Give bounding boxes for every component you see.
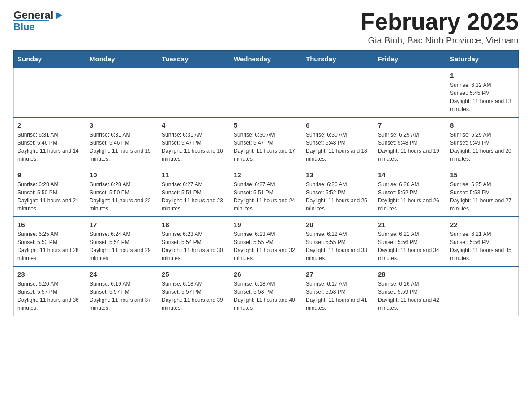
day-cell: 27Sunrise: 6:17 AM Sunset: 5:58 PM Dayli…	[302, 266, 374, 316]
day-cell: 8Sunrise: 6:29 AM Sunset: 5:49 PM Daylig…	[446, 117, 519, 167]
day-cell	[230, 68, 302, 117]
day-cell: 15Sunrise: 6:25 AM Sunset: 5:53 PM Dayli…	[446, 167, 519, 217]
day-number: 6	[306, 121, 370, 129]
day-info: Sunrise: 6:27 AM Sunset: 5:51 PM Dayligh…	[234, 180, 298, 213]
logo-triangle-icon	[54, 11, 62, 19]
title-block: February 2025 Gia Binh, Bac Ninh Provinc…	[360, 9, 519, 46]
day-info: Sunrise: 6:26 AM Sunset: 5:52 PM Dayligh…	[378, 180, 442, 213]
week-row-2: 2Sunrise: 6:31 AM Sunset: 5:46 PM Daylig…	[14, 117, 519, 167]
day-cell: 28Sunrise: 6:16 AM Sunset: 5:59 PM Dayli…	[374, 266, 446, 316]
day-cell: 13Sunrise: 6:26 AM Sunset: 5:52 PM Dayli…	[302, 167, 374, 217]
day-cell: 3Sunrise: 6:31 AM Sunset: 5:46 PM Daylig…	[86, 117, 158, 167]
day-info: Sunrise: 6:31 AM Sunset: 5:47 PM Dayligh…	[162, 131, 226, 163]
header-cell-thursday: Thursday	[302, 51, 374, 68]
day-info: Sunrise: 6:20 AM Sunset: 5:57 PM Dayligh…	[17, 280, 82, 312]
day-cell: 2Sunrise: 6:31 AM Sunset: 5:46 PM Daylig…	[14, 117, 86, 167]
day-info: Sunrise: 6:21 AM Sunset: 5:56 PM Dayligh…	[450, 230, 515, 262]
day-cell	[302, 68, 374, 117]
week-row-4: 16Sunrise: 6:25 AM Sunset: 5:53 PM Dayli…	[14, 217, 519, 266]
day-cell: 20Sunrise: 6:22 AM Sunset: 5:55 PM Dayli…	[302, 217, 374, 266]
day-info: Sunrise: 6:27 AM Sunset: 5:51 PM Dayligh…	[162, 180, 226, 213]
day-number: 2	[17, 121, 82, 129]
day-number: 1	[450, 72, 515, 79]
header-cell-wednesday: Wednesday	[230, 51, 302, 68]
day-cell	[446, 266, 519, 316]
day-info: Sunrise: 6:26 AM Sunset: 5:52 PM Dayligh…	[306, 180, 370, 213]
day-number: 21	[378, 221, 442, 228]
day-cell: 19Sunrise: 6:23 AM Sunset: 5:55 PM Dayli…	[230, 217, 302, 266]
day-number: 26	[234, 270, 298, 278]
day-number: 15	[450, 171, 515, 179]
day-cell: 7Sunrise: 6:29 AM Sunset: 5:48 PM Daylig…	[374, 117, 446, 167]
header-cell-saturday: Saturday	[446, 51, 519, 68]
day-info: Sunrise: 6:31 AM Sunset: 5:46 PM Dayligh…	[90, 131, 154, 163]
day-cell: 18Sunrise: 6:23 AM Sunset: 5:54 PM Dayli…	[158, 217, 230, 266]
day-number: 13	[306, 171, 370, 179]
day-number: 27	[306, 270, 370, 278]
day-number: 22	[450, 221, 515, 228]
svg-marker-0	[56, 12, 62, 19]
day-cell: 16Sunrise: 6:25 AM Sunset: 5:53 PM Dayli…	[14, 217, 86, 266]
header-row: SundayMondayTuesdayWednesdayThursdayFrid…	[14, 51, 519, 68]
day-cell: 6Sunrise: 6:30 AM Sunset: 5:48 PM Daylig…	[302, 117, 374, 167]
day-cell: 5Sunrise: 6:30 AM Sunset: 5:47 PM Daylig…	[230, 117, 302, 167]
day-info: Sunrise: 6:22 AM Sunset: 5:55 PM Dayligh…	[306, 230, 370, 262]
page-subtitle: Gia Binh, Bac Ninh Province, Vietnam	[360, 35, 519, 46]
day-number: 12	[234, 171, 298, 179]
day-number: 24	[90, 270, 154, 278]
day-number: 17	[90, 221, 154, 228]
day-info: Sunrise: 6:32 AM Sunset: 5:45 PM Dayligh…	[450, 81, 515, 113]
day-info: Sunrise: 6:24 AM Sunset: 5:54 PM Dayligh…	[90, 230, 154, 262]
day-info: Sunrise: 6:19 AM Sunset: 5:57 PM Dayligh…	[90, 280, 154, 312]
day-info: Sunrise: 6:18 AM Sunset: 5:57 PM Dayligh…	[162, 280, 226, 312]
week-row-5: 23Sunrise: 6:20 AM Sunset: 5:57 PM Dayli…	[14, 266, 519, 316]
day-number: 5	[234, 121, 298, 129]
logo: General Blue	[13, 9, 62, 33]
day-cell: 23Sunrise: 6:20 AM Sunset: 5:57 PM Dayli…	[14, 266, 86, 316]
day-number: 25	[162, 270, 226, 278]
day-cell: 4Sunrise: 6:31 AM Sunset: 5:47 PM Daylig…	[158, 117, 230, 167]
day-cell	[158, 68, 230, 117]
day-number: 14	[378, 171, 442, 179]
day-cell: 12Sunrise: 6:27 AM Sunset: 5:51 PM Dayli…	[230, 167, 302, 217]
day-cell: 25Sunrise: 6:18 AM Sunset: 5:57 PM Dayli…	[158, 266, 230, 316]
day-number: 23	[17, 270, 82, 278]
day-cell: 24Sunrise: 6:19 AM Sunset: 5:57 PM Dayli…	[86, 266, 158, 316]
day-cell: 26Sunrise: 6:18 AM Sunset: 5:58 PM Dayli…	[230, 266, 302, 316]
day-number: 11	[162, 171, 226, 179]
day-cell: 1Sunrise: 6:32 AM Sunset: 5:45 PM Daylig…	[446, 68, 519, 117]
day-cell	[14, 68, 86, 117]
day-cell: 17Sunrise: 6:24 AM Sunset: 5:54 PM Dayli…	[86, 217, 158, 266]
logo-blue-text: Blue	[13, 21, 49, 33]
header-cell-friday: Friday	[374, 51, 446, 68]
header-cell-tuesday: Tuesday	[158, 51, 230, 68]
day-info: Sunrise: 6:16 AM Sunset: 5:59 PM Dayligh…	[378, 280, 442, 312]
calendar-header: SundayMondayTuesdayWednesdayThursdayFrid…	[14, 51, 519, 68]
day-cell	[86, 68, 158, 117]
day-info: Sunrise: 6:29 AM Sunset: 5:49 PM Dayligh…	[450, 131, 515, 163]
day-info: Sunrise: 6:30 AM Sunset: 5:48 PM Dayligh…	[306, 131, 370, 163]
header-cell-sunday: Sunday	[14, 51, 86, 68]
day-info: Sunrise: 6:17 AM Sunset: 5:58 PM Dayligh…	[306, 280, 370, 312]
day-info: Sunrise: 6:28 AM Sunset: 5:50 PM Dayligh…	[17, 180, 82, 213]
day-number: 7	[378, 121, 442, 129]
day-info: Sunrise: 6:31 AM Sunset: 5:46 PM Dayligh…	[17, 131, 82, 163]
calendar-table: SundayMondayTuesdayWednesdayThursdayFrid…	[13, 50, 519, 316]
day-info: Sunrise: 6:25 AM Sunset: 5:53 PM Dayligh…	[450, 180, 515, 213]
day-info: Sunrise: 6:18 AM Sunset: 5:58 PM Dayligh…	[234, 280, 298, 312]
page-title: February 2025	[360, 9, 519, 34]
day-number: 28	[378, 270, 442, 278]
day-number: 9	[17, 171, 82, 179]
day-number: 19	[234, 221, 298, 228]
day-cell	[374, 68, 446, 117]
day-number: 3	[90, 121, 154, 129]
day-cell: 11Sunrise: 6:27 AM Sunset: 5:51 PM Dayli…	[158, 167, 230, 217]
day-number: 18	[162, 221, 226, 228]
day-info: Sunrise: 6:21 AM Sunset: 5:56 PM Dayligh…	[378, 230, 442, 262]
week-row-3: 9Sunrise: 6:28 AM Sunset: 5:50 PM Daylig…	[14, 167, 519, 217]
day-cell: 10Sunrise: 6:28 AM Sunset: 5:50 PM Dayli…	[86, 167, 158, 217]
day-number: 8	[450, 121, 515, 129]
page-header: General Blue February 2025 Gia Binh, Bac…	[13, 9, 519, 46]
day-cell: 22Sunrise: 6:21 AM Sunset: 5:56 PM Dayli…	[446, 217, 519, 266]
header-cell-monday: Monday	[86, 51, 158, 68]
